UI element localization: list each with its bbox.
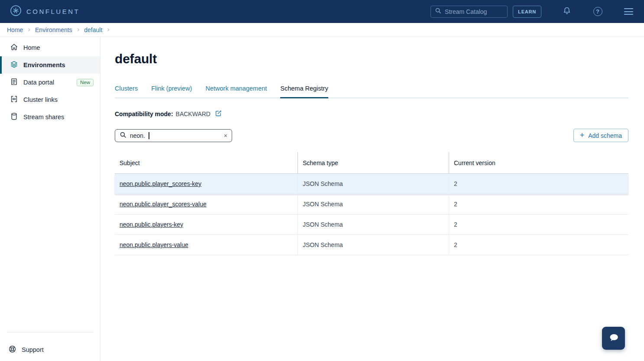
chat-button[interactable] [602, 327, 625, 350]
add-schema-label: Add schema [588, 132, 622, 139]
search-icon [120, 131, 126, 140]
main-content: default Clusters Flink (preview) Network… [100, 37, 644, 361]
table-header-row: Subject Schema type Current version [115, 152, 628, 174]
sidebar-item-label: Cluster links [23, 96, 58, 103]
compatibility-mode-row: Compatibility mode: BACKWARD [115, 110, 628, 118]
sidebar-item-cluster-links[interactable]: Cluster links [0, 91, 100, 108]
bell-icon [562, 6, 572, 17]
current-version-cell: 2 [449, 194, 628, 214]
current-version-cell: 2 [449, 174, 628, 194]
subject-link[interactable]: neon.public.players-key [120, 221, 183, 228]
sidebar-divider [7, 332, 94, 332]
breadcrumb-environments[interactable]: Environments [35, 26, 72, 33]
sidebar-item-data-portal[interactable]: Data portal New [0, 74, 100, 91]
help-icon: ? [593, 7, 602, 16]
compatibility-mode-value: BACKWARD [176, 111, 210, 117]
new-badge: New [77, 79, 94, 86]
tab-clusters[interactable]: Clusters [115, 85, 138, 98]
subject-link[interactable]: neon.public.players-value [120, 241, 188, 248]
schema-type-cell: JSON Schema [298, 235, 449, 255]
compatibility-mode-label: Compatibility mode: [115, 111, 173, 117]
sidebar-item-environments[interactable]: Environments [0, 56, 100, 74]
current-version-cell: 2 [449, 235, 628, 255]
schema-search-value: neon. [130, 132, 145, 139]
column-header-schema-type: Schema type [298, 152, 449, 173]
current-version-cell: 2 [449, 215, 628, 234]
tab-schema-registry[interactable]: Schema Registry [280, 85, 328, 98]
hamburger-icon [624, 8, 633, 15]
help-button[interactable]: ? [592, 7, 603, 17]
breadcrumb: Home › Environments › default › [0, 23, 644, 37]
subject-link[interactable]: neon.public.player_scores-value [120, 201, 207, 208]
add-schema-button[interactable]: + Add schema [573, 129, 628, 142]
breadcrumb-default[interactable]: default [84, 26, 102, 33]
schema-type-cell: JSON Schema [298, 215, 449, 234]
plus-icon: + [580, 131, 585, 139]
chevron-right-icon: › [77, 26, 80, 34]
schema-table: Subject Schema type Current version neon… [115, 152, 628, 255]
sidebar-item-home[interactable]: Home [0, 39, 100, 56]
chat-icon [608, 332, 620, 345]
tab-network-management[interactable]: Network management [205, 85, 267, 98]
schema-toolbar: neon. × + Add schema [115, 129, 628, 142]
learn-button[interactable]: LEARN [513, 6, 541, 18]
search-icon [435, 7, 441, 16]
menu-button[interactable] [623, 7, 634, 17]
sidebar: Home Environments Data port [0, 37, 100, 361]
notifications-button[interactable] [562, 7, 572, 17]
sidebar-item-support[interactable]: Support [0, 338, 100, 361]
subject-link[interactable]: neon.public.player_scores-key [120, 180, 201, 187]
stream-catalog-input[interactable] [445, 8, 503, 15]
page-title: default [115, 52, 628, 66]
tab-flink-preview[interactable]: Flink (preview) [151, 85, 192, 98]
chevron-right-icon: › [107, 26, 110, 34]
lifebuoy-icon [8, 345, 16, 354]
table-row[interactable]: neon.public.player_scores-value JSON Sch… [115, 194, 628, 215]
table-row[interactable]: neon.public.players-value JSON Schema 2 [115, 235, 628, 255]
edit-compatibility-button[interactable] [215, 110, 222, 118]
layers-icon [10, 60, 18, 70]
sidebar-item-label: Home [23, 44, 40, 51]
support-label: Support [22, 346, 44, 353]
sidebar-item-label: Environments [23, 62, 65, 68]
schema-type-cell: JSON Schema [298, 174, 449, 194]
text-caret [149, 132, 149, 139]
table-row[interactable]: neon.public.player_scores-key JSON Schem… [115, 174, 628, 194]
sidebar-item-label: Data portal [23, 79, 54, 86]
database-icon [10, 112, 18, 122]
breadcrumb-home[interactable]: Home [7, 26, 23, 33]
confluent-logo[interactable]: CONFLUENT [10, 5, 80, 18]
column-header-subject: Subject [115, 152, 298, 173]
top-navbar: CONFLUENT LEARN ? [0, 0, 644, 23]
document-icon [10, 78, 18, 87]
cluster-links-icon [10, 95, 18, 104]
confluent-logo-icon [10, 5, 22, 18]
stream-catalog-search[interactable] [430, 6, 508, 18]
chevron-right-icon: › [28, 26, 30, 34]
sidebar-item-stream-shares[interactable]: Stream shares [0, 108, 100, 126]
edit-icon [215, 110, 222, 118]
home-icon [10, 43, 18, 52]
brand-wordmark: CONFLUENT [26, 8, 80, 15]
schema-type-cell: JSON Schema [298, 194, 449, 214]
schema-search-input[interactable]: neon. × [115, 129, 232, 142]
sidebar-item-label: Stream shares [23, 114, 64, 120]
column-header-current-version: Current version [449, 152, 628, 173]
clear-search-button[interactable]: × [224, 133, 227, 139]
table-row[interactable]: neon.public.players-key JSON Schema 2 [115, 215, 628, 235]
tab-bar: Clusters Flink (preview) Network managem… [115, 85, 628, 98]
